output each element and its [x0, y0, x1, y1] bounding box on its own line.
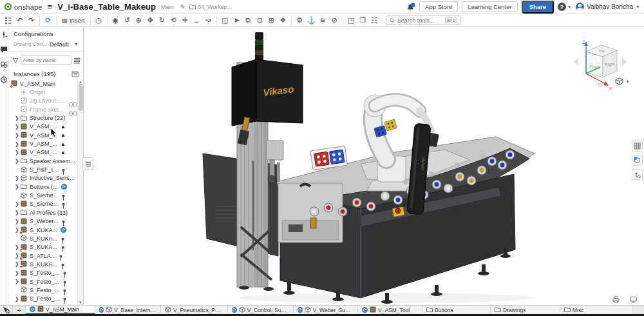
tree-row[interactable]: S_P&F_I... [8, 165, 77, 173]
expand-arrow-icon[interactable]: ❯ [15, 270, 21, 276]
tree-row[interactable]: S_Festo_... [8, 286, 77, 294]
help-menu[interactable]: ? ▼ [558, 3, 572, 11]
expand-arrow-icon[interactable]: ❯ [15, 150, 21, 155]
filter-by-name-input[interactable] [21, 55, 71, 65]
tree-row[interactable]: Origin [8, 88, 77, 96]
tree-row[interactable]: ❯Al Profiles (33) [8, 208, 77, 217]
bom-table-panel-icon[interactable] [632, 141, 643, 152]
mate-icon[interactable]: ◉ [110, 15, 121, 26]
tree-row[interactable]: ❯S_KUKA...⟳ [8, 226, 77, 234]
cube-faces[interactable]: Top Front Right [586, 45, 617, 77]
tab-v-asm-tool[interactable]: ⟳V_ASM_Tool [358, 306, 422, 314]
tree-row[interactable]: Frame sketc... [8, 105, 77, 114]
graphics-area[interactable]: Vikaso [84, 27, 644, 305]
view-options-menu[interactable]: ▼ [615, 77, 630, 85]
expand-arrow-icon[interactable]: ❯ [15, 219, 21, 224]
breadcrumb[interactable]: 04_Worksp... [189, 4, 232, 10]
app-store-button[interactable]: App Store [419, 1, 458, 12]
copy-doc-icon[interactable]: ❐ [357, 15, 368, 26]
tab-v-control-supports[interactable]: ⟳V_Control_Supports [228, 306, 294, 314]
anchor-icon[interactable]: ⚓ [306, 15, 317, 26]
filter-icon[interactable] [12, 57, 19, 64]
relations-icon[interactable] [0, 61, 8, 68]
rotate-left-arrow[interactable] [573, 58, 578, 66]
group-mates-icon[interactable]: ↺ [122, 15, 133, 26]
assembly-tree-toggle[interactable] [3, 15, 14, 26]
gear-relation-icon[interactable]: ⚙ [294, 15, 305, 26]
tree-row[interactable]: S_KUKA... [8, 234, 77, 242]
expand-arrow-icon[interactable]: ❯ [15, 141, 21, 147]
insert-icon[interactable]: ▤Insert [59, 15, 88, 26]
tree-row[interactable]: ❯S_ATLA... [8, 252, 77, 260]
mate-connector-icon[interactable]: ⊕ [133, 15, 144, 26]
tree-row[interactable]: ❯S_KUKA... [8, 260, 77, 268]
expand-arrow-icon[interactable]: ❯ [15, 115, 21, 121]
section-view-icon[interactable]: ◫ [220, 15, 231, 26]
expand-arrow-icon[interactable]: ❯ [15, 158, 21, 164]
translate-icon[interactable]: ✛ [180, 15, 191, 26]
interference-icon[interactable]: ⧉ [243, 15, 254, 26]
expand-arrow-icon[interactable]: ❯ [15, 210, 21, 215]
search-tabs-button[interactable] [0, 306, 13, 314]
duplicate-icon[interactable]: ⊡ [254, 15, 265, 26]
scrollbar-thumb[interactable] [79, 84, 83, 111]
tree-row[interactable]: ❯S_Weber... [8, 217, 77, 226]
user-menu[interactable]: Vaibhav Boricha ▼ [576, 3, 640, 11]
search-tools-input[interactable] [397, 17, 442, 24]
main-menu-icon[interactable]: ≡ [46, 2, 54, 12]
comments-icon[interactable] [0, 46, 8, 54]
mate-features-panel-icon[interactable] [632, 169, 643, 180]
tree-row[interactable]: ❯Buttons (...⟳ [8, 183, 77, 191]
tree-row[interactable]: ❯S_Festo_... [8, 277, 77, 286]
tree-row[interactable]: ❯Speaker Assemblie... [8, 157, 77, 165]
drag-icon[interactable]: ↝ [203, 15, 214, 26]
search-tools[interactable]: alt c [386, 15, 461, 25]
tab-v-base-internal-fr-[interactable]: ⟳V_Base_Internal_Fr... [95, 306, 161, 314]
tree-row[interactable]: Jig Layout - ... [8, 97, 77, 105]
rotate-down-arrow[interactable] [596, 83, 604, 88]
tree-row[interactable]: ❯S_KUKA... [8, 243, 77, 252]
tree-row[interactable]: V_ASM_Main [8, 79, 77, 88]
expand-arrow-icon[interactable]: ❯ [15, 279, 21, 284]
share-button[interactable]: Share [522, 1, 554, 14]
rotate-right-arrow[interactable] [622, 58, 627, 66]
undo-icon[interactable]: ↶ [14, 15, 25, 26]
onshape-logo[interactable]: onshape [4, 3, 43, 11]
pattern-icon[interactable]: ❖ [278, 15, 289, 26]
print-icon[interactable] [612, 296, 620, 303]
tree-row[interactable]: ❯Inductive_Sensor_x... [8, 174, 77, 183]
learning-center-button[interactable]: Learning Center [462, 1, 517, 12]
frame-view-icon[interactable]: ◳ [346, 15, 357, 26]
tree-row[interactable]: ❯V_ASM_...▲ [8, 148, 77, 157]
expand-arrow-icon[interactable]: ❯ [15, 184, 21, 190]
update-sync-icon[interactable]: ⟳ [43, 15, 53, 26]
instances-flyout-button[interactable] [82, 157, 93, 170]
redo-icon[interactable]: ↷ [26, 15, 37, 26]
tree-row[interactable]: ❯V_ASM_...▲ [8, 123, 77, 131]
branch-label[interactable]: Main [161, 4, 174, 10]
tab-drawings[interactable]: Drawings [491, 306, 560, 314]
tree-row[interactable]: ❯S_Sieme... [8, 200, 77, 208]
tree-row[interactable]: ❯Structure (22) [8, 114, 77, 122]
rotate-part-icon[interactable]: ↻ [156, 15, 167, 26]
edit-link-icon[interactable]: ✎ [180, 3, 185, 10]
scroll-down-icon[interactable]: ▼ [79, 301, 82, 304]
tree-row[interactable]: S_Sieme... [8, 191, 77, 199]
expand-arrow-icon[interactable]: ❯ [15, 201, 21, 207]
configuration-panel-icon[interactable] [632, 155, 643, 166]
spring-icon[interactable]: ≋ [317, 15, 328, 26]
history-panel-icon[interactable] [0, 75, 8, 83]
expand-arrow-icon[interactable]: ❯ [15, 132, 21, 138]
align-icon[interactable]: ↔ [191, 15, 202, 26]
move-part-icon[interactable]: ✥ [145, 15, 156, 26]
snap-mode-icon[interactable]: ⟲ [168, 15, 179, 26]
history-icon[interactable]: ◷ [93, 15, 104, 26]
disconnect-icon[interactable]: ⊘ [329, 15, 340, 26]
tab-misc[interactable]: Misc [560, 306, 632, 314]
bom-icon[interactable]: ⊞ [266, 15, 277, 26]
config-value-dropdown[interactable]: Default ▼ [50, 41, 80, 48]
tab-v-asm-main[interactable]: ⟳V_ASM_Main [26, 306, 95, 314]
named-views-icon[interactable]: ☷ [369, 15, 380, 26]
expand-arrow-icon[interactable]: ❯ [15, 175, 21, 181]
list-options-icon[interactable] [73, 57, 80, 64]
